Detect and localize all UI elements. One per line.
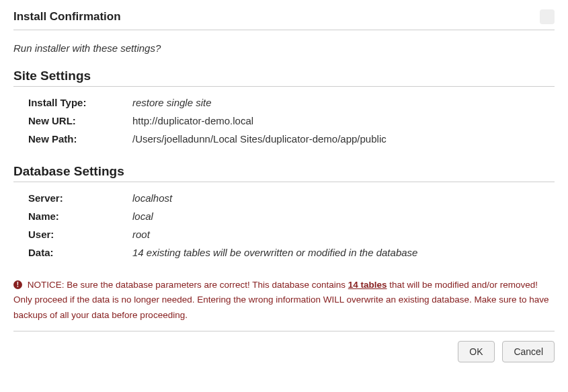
table-row: Data: 14 existing tables will be overwri… [28,243,555,262]
table-row: Name: local [28,207,555,225]
dialog-titlebar: Install Confirmation [13,7,555,30]
table-row: User: root [28,225,555,243]
db-name-value: local [132,207,555,225]
db-name-label: Name: [28,207,132,225]
database-settings-heading: Database Settings [13,164,555,179]
table-row: Server: localhost [28,189,555,207]
cancel-button[interactable]: Cancel [502,341,555,362]
confirmation-prompt: Run installer with these settings? [13,42,555,54]
db-server-value: localhost [132,189,555,207]
divider [13,331,555,331]
table-row: Install Type: restore single site [28,93,555,112]
close-icon[interactable] [540,9,555,24]
db-data-value: 14 existing tables will be overwritten o… [132,243,555,262]
dialog-button-row: OK Cancel [13,341,555,362]
warning-icon: ! [13,280,22,289]
new-url-label: New URL: [28,112,132,130]
dialog-title: Install Confirmation [13,10,121,24]
new-path-value: /Users/joelladunn/Local Sites/duplicator… [132,130,555,148]
site-settings-heading: Site Settings [13,69,555,83]
ok-button[interactable]: OK [458,341,494,362]
site-settings-table: Install Type: restore single site New UR… [28,93,555,148]
warning-notice: ! NOTICE: Be sure the database parameter… [13,278,555,323]
db-data-label: Data: [28,243,132,262]
table-row: New URL: http://duplicator-demo.local [28,112,555,130]
install-type-value: restore single site [132,93,555,112]
new-url-value: http://duplicator-demo.local [132,112,555,130]
install-type-label: Install Type: [28,93,132,112]
table-row: New Path: /Users/joelladunn/Local Sites/… [28,130,555,148]
notice-text-prefix: NOTICE: Be sure the database parameters … [28,280,348,290]
divider [13,182,555,182]
db-user-label: User: [28,225,132,243]
database-settings-table: Server: localhost Name: local User: root… [28,189,555,262]
new-path-label: New Path: [28,130,132,148]
divider [13,86,555,87]
notice-table-count: 14 tables [348,280,387,290]
db-server-label: Server: [28,189,132,207]
db-user-value: root [132,225,555,243]
